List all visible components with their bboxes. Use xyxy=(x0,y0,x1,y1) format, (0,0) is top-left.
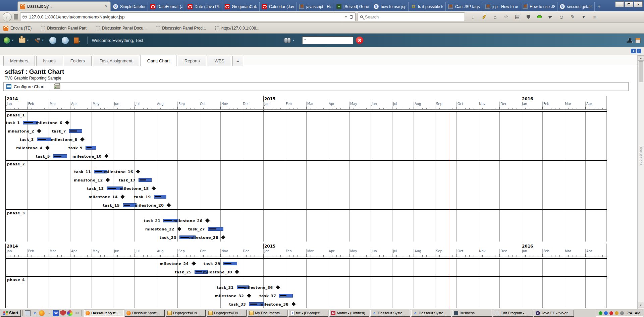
browser-tab[interactable]: Can JSP tags be... xyxy=(446,2,483,11)
notes-icon[interactable] xyxy=(635,38,641,43)
taskbar-window-button[interactable]: My Documents xyxy=(248,310,287,317)
gantt-task-bar[interactable] xyxy=(208,227,223,231)
gantt-milestone-diamond[interactable] xyxy=(291,302,296,306)
overflow-caret-icon[interactable]: ▾ xyxy=(580,13,588,21)
taskbar-window-button[interactable]: Dassault Syst... xyxy=(84,310,124,317)
gantt-milestone-diamond[interactable] xyxy=(276,285,280,289)
show-desktop-icon[interactable] xyxy=(25,310,31,316)
search-binoculars-button[interactable]: ▼ xyxy=(284,38,295,43)
bookmark-item[interactable]: Discussion Panel Prod... xyxy=(156,26,206,31)
gantt-task-bar[interactable] xyxy=(37,138,51,141)
logout-button[interactable] xyxy=(74,37,79,44)
tab-members[interactable]: Members xyxy=(3,56,35,66)
restore-button[interactable] xyxy=(625,1,633,7)
gantt-milestone-diamond[interactable] xyxy=(177,227,181,231)
taskbar-window-button[interactable]: MMatrix - (Untitled) xyxy=(329,310,369,317)
page-back-button[interactable]: ‹ xyxy=(631,49,636,53)
security-icon[interactable] xyxy=(60,310,66,316)
browser-tab[interactable]: Calendar (Java ... xyxy=(260,2,297,11)
word-icon[interactable]: W xyxy=(53,310,59,316)
history-back-button[interactable]: ← xyxy=(49,37,57,44)
firefox-icon[interactable] xyxy=(39,310,45,316)
new-tab-button[interactable]: + xyxy=(595,2,603,10)
page-forward-button[interactable]: › xyxy=(637,49,641,53)
page-icon[interactable] xyxy=(14,14,18,19)
browser-tab[interactable]: How to use JSP ... xyxy=(520,2,557,11)
scroll-up-icon[interactable]: ▲ xyxy=(638,55,644,61)
browser-tab[interactable]: ΩIs it possible to ... xyxy=(409,2,446,11)
browser-tab[interactable]: Gsession getattri... xyxy=(557,2,595,11)
configure-chart-button[interactable]: Configure Chart xyxy=(14,84,45,89)
gantt-milestone-diamond[interactable] xyxy=(205,218,210,223)
quill-icon[interactable]: ✎ xyxy=(569,13,577,21)
scroll-down-icon[interactable]: ▼ xyxy=(638,303,644,308)
messenger-icon[interactable] xyxy=(609,311,613,315)
taskbar-window-button[interactable]: Edit Program - ... xyxy=(493,310,533,317)
bookmark-item[interactable]: Enovia (TE) xyxy=(3,26,32,31)
volume-icon[interactable]: ♪ xyxy=(46,310,52,316)
tab-issues[interactable]: Issues xyxy=(36,56,62,66)
plugin-icon[interactable] xyxy=(535,13,543,21)
actions-hand-icon[interactable]: ▼ xyxy=(19,38,29,43)
gantt-task-bar[interactable] xyxy=(279,294,292,298)
back-button[interactable]: ← xyxy=(3,12,12,21)
send-tab-icon[interactable] xyxy=(546,13,554,21)
bookmarks-sidebar-icon[interactable]: ▤ xyxy=(513,13,521,21)
gantt-milestone-diamond[interactable] xyxy=(247,294,251,298)
gantt-milestone-diamond[interactable] xyxy=(136,169,141,174)
mail-icon[interactable]: ✉ xyxy=(74,310,80,316)
shield-icon[interactable] xyxy=(524,13,532,21)
browser-tab[interactable]: Date (Java Platf... xyxy=(185,2,222,11)
gantt-milestone-diamond[interactable] xyxy=(65,120,69,125)
taskbar-window-button[interactable]: D:\projects\EN... xyxy=(166,310,206,317)
browser-tab[interactable]: GSimpleDateform... xyxy=(111,2,148,11)
paint-icon[interactable] xyxy=(67,310,73,316)
gantt-milestone-diamond[interactable] xyxy=(221,235,226,240)
history-forward-button[interactable]: → xyxy=(61,37,69,44)
search-bar[interactable] xyxy=(358,12,465,21)
gantt-milestone-diamond[interactable] xyxy=(45,146,50,150)
close-button[interactable]: × xyxy=(634,1,643,7)
browser-tab[interactable]: jsp - How to use... xyxy=(483,2,520,11)
reload-icon[interactable] xyxy=(350,15,353,19)
browser-tab[interactable]: Dassault Sy...× xyxy=(17,1,111,11)
browser-tab[interactable]: GregorianCalen... xyxy=(222,2,260,11)
gantt-milestone-diamond[interactable] xyxy=(80,137,85,142)
gantt-task-bar[interactable] xyxy=(86,146,96,150)
hamburger-menu-icon[interactable]: ≡ xyxy=(591,13,599,21)
tab-folders[interactable]: Folders xyxy=(64,56,92,66)
network-icon[interactable] xyxy=(604,311,608,315)
tab-task-assignment[interactable]: Task Assignment xyxy=(93,56,139,66)
gantt-milestone-diamond[interactable] xyxy=(167,203,171,207)
gantt-milestone-diamond[interactable] xyxy=(235,270,239,274)
app-home-icon[interactable]: ▼ xyxy=(3,37,14,44)
browser-tab[interactable]: DateFormat (Ja... xyxy=(148,2,185,11)
print-icon[interactable] xyxy=(54,84,60,89)
gantt-task-bar[interactable] xyxy=(154,195,167,199)
home-icon[interactable]: ⌂ xyxy=(491,13,499,21)
taskbar-window-button[interactable]: eDassault Syste... xyxy=(411,310,451,317)
gantt-milestone-diamond[interactable] xyxy=(120,195,125,199)
gantt-task-bar[interactable] xyxy=(223,262,237,265)
tools-icon[interactable]: ▼ xyxy=(34,37,44,43)
minimize-button[interactable]: _ xyxy=(615,1,624,7)
tab-close-icon[interactable]: × xyxy=(104,4,108,9)
taskbar-window-button[interactable]: Business xyxy=(452,310,492,317)
app-search-input[interactable] xyxy=(302,37,353,44)
browser-tab[interactable]: Ghow to use jsp t... xyxy=(371,2,409,11)
gantt-milestone-diamond[interactable] xyxy=(152,186,156,191)
tab-wbs[interactable]: WBS xyxy=(208,56,231,66)
tab-gantt-chart[interactable]: Gantt Chart xyxy=(141,55,176,66)
gantt-milestone-diamond[interactable] xyxy=(104,154,109,158)
gantt-task-bar[interactable] xyxy=(69,129,83,133)
taskbar-window-button[interactable]: Ttvc - [D:\projec... xyxy=(288,310,328,317)
browser-tab[interactable]: javascript - How... xyxy=(297,2,334,11)
taskbar-window-button[interactable]: eJava EE - tvc-gr... xyxy=(534,310,574,317)
gantt-milestone-diamond[interactable] xyxy=(106,178,110,182)
browser-tab[interactable]: [Solved] Genera... xyxy=(334,2,371,11)
discussions-tab[interactable]: Discussions xyxy=(639,146,643,165)
start-button[interactable]: Start xyxy=(1,310,21,317)
tab-reports[interactable]: Reports xyxy=(178,56,207,66)
url-bar[interactable]: ▼ xyxy=(20,12,356,21)
volume-tray-icon[interactable] xyxy=(620,311,624,315)
